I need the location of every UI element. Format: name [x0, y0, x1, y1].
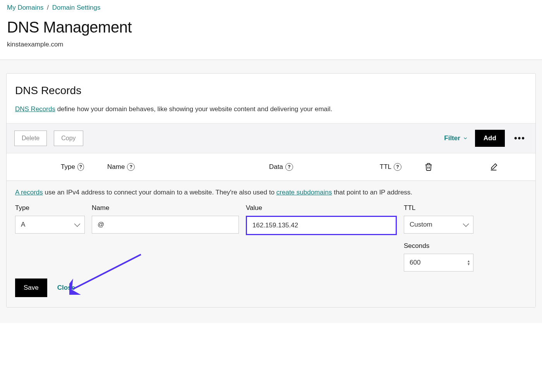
more-menu-button[interactable]: •••	[512, 133, 528, 143]
domain-name: kinstaexample.com	[7, 41, 535, 48]
name-input[interactable]	[92, 216, 239, 234]
pencil-icon[interactable]	[489, 163, 498, 171]
number-stepper[interactable]: ▲ ▼	[467, 260, 470, 266]
a-records-link[interactable]: A records	[15, 189, 43, 196]
stepper-down-icon: ▼	[467, 263, 470, 266]
help-icon[interactable]: ?	[394, 163, 401, 171]
a-record-desc-mid: use an IPv4 address to connect your doma…	[43, 189, 276, 196]
breadcrumb: My Domains / Domain Settings	[7, 4, 535, 12]
help-icon[interactable]: ?	[285, 163, 293, 171]
value-label: Value	[246, 204, 397, 212]
th-type: Type ?	[7, 163, 84, 171]
filter-button[interactable]: Filter	[444, 134, 468, 142]
breadcrumb-my-domains[interactable]: My Domains	[7, 4, 43, 11]
type-select[interactable]: A	[15, 216, 85, 234]
a-record-desc-end: that point to an IP address.	[332, 189, 412, 196]
th-ttl-label: TTL	[380, 163, 391, 171]
add-button[interactable]: Add	[475, 130, 505, 147]
seconds-label: Seconds	[404, 242, 473, 250]
th-delete	[405, 163, 452, 171]
save-button[interactable]: Save	[15, 279, 47, 297]
type-label: Type	[15, 204, 85, 212]
name-label: Name	[92, 204, 239, 212]
copy-button[interactable]: Copy	[54, 131, 83, 146]
th-ttl: TTL ?	[293, 163, 405, 171]
section-description: DNS Records define how your domain behav…	[15, 105, 527, 113]
dns-records-card: DNS Records DNS Records define how your …	[6, 73, 536, 308]
chevron-down-icon	[463, 136, 468, 141]
th-data: Data ?	[181, 163, 293, 171]
help-icon[interactable]: ?	[127, 163, 135, 171]
seconds-input[interactable]	[404, 254, 473, 272]
section-title: DNS Records	[15, 84, 527, 97]
create-subdomains-link[interactable]: create subdomains	[276, 189, 332, 196]
th-edit	[452, 163, 535, 171]
form-actions: Save Close	[15, 279, 527, 307]
record-form: Type A Name Value TTL	[15, 204, 527, 279]
th-name: Name ?	[84, 163, 181, 171]
close-button[interactable]: Close	[57, 284, 75, 292]
ttl-select[interactable]: Custom	[404, 216, 473, 234]
th-type-label: Type	[61, 163, 75, 171]
delete-button[interactable]: Delete	[14, 131, 47, 146]
ttl-label: TTL	[404, 204, 473, 212]
filter-label: Filter	[444, 134, 460, 142]
th-name-label: Name	[107, 163, 125, 171]
records-toolbar: Delete Copy Filter Add •••	[7, 123, 535, 153]
trash-icon[interactable]	[424, 163, 433, 171]
table-header: Type ? Name ? Data ? TTL ?	[7, 153, 535, 181]
help-icon[interactable]: ?	[77, 163, 84, 171]
value-input[interactable]	[246, 216, 397, 235]
dns-records-link[interactable]: DNS Records	[15, 105, 55, 113]
page-title: DNS Management	[7, 19, 535, 36]
breadcrumb-separator: /	[47, 4, 49, 11]
th-data-label: Data	[269, 163, 283, 171]
a-record-description: A records use an IPv4 address to connect…	[15, 189, 527, 196]
breadcrumb-domain-settings[interactable]: Domain Settings	[52, 4, 101, 11]
section-description-text: define how your domain behaves, like sho…	[55, 105, 332, 113]
